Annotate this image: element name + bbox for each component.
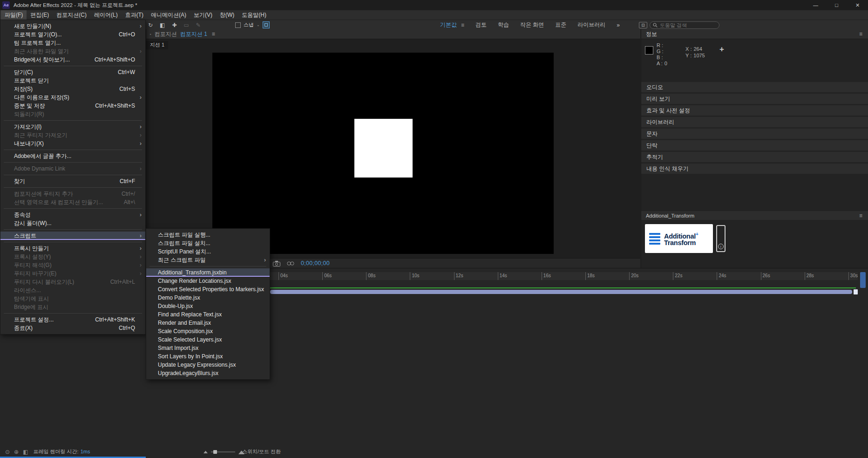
file-menu-item[interactable]: 스크립트 ›: [0, 232, 145, 240]
file-menu-item[interactable]: 닫기(C) Ctrl+W ›: [0, 68, 145, 76]
timeline-vertical-scrollbar[interactable]: [860, 272, 866, 288]
file-menu-item[interactable]: ›: [0, 206, 145, 211]
file-menu-item[interactable]: 팀 프로젝트 열기... ›: [0, 39, 145, 47]
file-menu-item[interactable]: 푸티지 해석(G) ›: [0, 261, 145, 269]
workspace-tab[interactable]: »: [611, 22, 625, 28]
close-button[interactable]: ✕: [847, 0, 868, 10]
search-field[interactable]: [650, 21, 719, 29]
scripts-submenu-item[interactable]: ›: [146, 264, 270, 268]
menu-bar-item[interactable]: 창(W): [216, 10, 238, 20]
collapsed-panel-header[interactable]: 내용 인식 채우기: [641, 164, 868, 174]
collapsed-panel-header[interactable]: 추적기: [641, 152, 868, 162]
zoom-slider[interactable]: [211, 451, 235, 452]
info-panel-menu-icon[interactable]: ≡: [859, 31, 862, 37]
composition-panel-label[interactable]: 컴포지션: [155, 30, 177, 38]
workspace-tab[interactable]: 표준: [549, 21, 572, 29]
composition-viewer[interactable]: [146, 39, 640, 258]
file-menu-item[interactable]: 프로젝트 닫기 ›: [0, 76, 145, 85]
current-timecode[interactable]: 0;00;00;00: [301, 260, 330, 267]
workspace-search-icon[interactable]: ⊡: [639, 22, 647, 28]
maximize-button[interactable]: □: [826, 0, 847, 10]
file-menu-item[interactable]: ›: [0, 148, 145, 152]
file-menu-item[interactable]: Bridge에서 찾아보기... Ctrl+Alt+Shift+O ›: [0, 55, 145, 64]
workspace-tab[interactable]: 기본값≡: [434, 21, 470, 29]
file-menu-item[interactable]: 선택 영역으로 새 컴포지션 만들기... Alt+\ ›: [0, 198, 145, 206]
menu-bar-item[interactable]: 편집(E): [27, 10, 53, 20]
timeline-ruler[interactable]: 04s 06s 08s 10s 12s 14s 16s 18s 20s 22s …: [270, 272, 858, 280]
layer-duration-bar[interactable]: [270, 290, 852, 294]
collapsed-panel-header[interactable]: 효과 및 사전 설정: [641, 105, 868, 116]
menu-bar-item[interactable]: 도움말(H): [238, 10, 270, 20]
workspace-tab[interactable]: 검토: [470, 21, 492, 29]
file-menu-item[interactable]: 최근 푸티지 가져오기 ›: [0, 131, 145, 139]
file-menu-item[interactable]: 푸티지 바꾸기(E) ›: [0, 269, 145, 278]
zoom-slider-thumb[interactable]: [213, 450, 217, 454]
file-menu-item[interactable]: 다른 이름으로 저장(S) ›: [0, 93, 145, 102]
status-icon[interactable]: ⊕: [14, 449, 19, 455]
scripts-submenu-item[interactable]: Scale Composition.jsx ›: [146, 327, 270, 335]
snap-checkbox[interactable]: [235, 22, 241, 28]
file-menu-item[interactable]: ›: [0, 240, 145, 244]
region-of-interest-icon[interactable]: [263, 21, 270, 28]
file-menu-item[interactable]: 프록시 만들기 ›: [0, 244, 145, 253]
file-menu-item[interactable]: 푸티지 다시 불러오기(L) Ctrl+Alt+L ›: [0, 278, 145, 286]
scripts-submenu-item[interactable]: Smart Import.jsx ›: [146, 344, 270, 352]
file-menu-item[interactable]: ›: [0, 311, 145, 315]
menu-bar-item[interactable]: 레이어(L): [90, 10, 122, 20]
file-menu-item[interactable]: 컴포지션에 푸티지 추가 Ctrl+/ ›: [0, 190, 145, 198]
white-solid-layer[interactable]: [354, 119, 413, 178]
scripts-submenu-item[interactable]: Render and Email.jsx ›: [146, 319, 270, 327]
switch-mode-toggle-button[interactable]: 스위치/모드 전환: [242, 448, 281, 455]
file-menu-item[interactable]: 종속성 ›: [0, 211, 145, 219]
scripts-submenu-item[interactable]: Sort Layers by In Point.jsx ›: [146, 352, 270, 361]
scripts-submenu-item[interactable]: 최근 스크립트 파일 ›: [146, 256, 270, 264]
workspace-menu-icon[interactable]: ≡: [461, 22, 464, 28]
file-menu-item[interactable]: ›: [0, 118, 145, 123]
menu-bar-item[interactable]: 파일(F): [1, 10, 27, 20]
scripts-submenu-item[interactable]: ScriptUI Panel 설치... ›: [146, 247, 270, 256]
tool-icon[interactable]: ✎: [196, 22, 201, 28]
file-menu-item[interactable]: ›: [0, 173, 145, 177]
show-snapshot-icon[interactable]: [287, 261, 294, 266]
file-menu-item[interactable]: Adobe에서 글꼴 추가... ›: [0, 152, 145, 160]
tool-icon[interactable]: ✚: [172, 22, 176, 28]
scripts-submenu-item[interactable]: Change Render Locations.jsx ›: [146, 277, 270, 285]
additional-transform-menu-icon[interactable]: ≡: [859, 212, 862, 219]
file-menu-item[interactable]: 가져오기(I) ›: [0, 123, 145, 131]
scripts-submenu-item[interactable]: Update Legacy Expressions.jsx ›: [146, 361, 270, 369]
panel-menu-icon[interactable]: ≡: [212, 31, 215, 37]
file-menu-item[interactable]: ›: [0, 227, 145, 232]
additional-transform-panel-header[interactable]: Additional_Transform ≡: [641, 211, 868, 220]
collapsed-panel-header[interactable]: 문자: [641, 129, 868, 139]
file-menu-item[interactable]: 종료(X) Ctrl+Q ›: [0, 324, 145, 332]
scripts-submenu-item[interactable]: Double-Up.jsx ›: [146, 302, 270, 310]
file-menu-item[interactable]: 탐색기에 표시 ›: [0, 294, 145, 303]
file-menu-item[interactable]: Bridge에 표시 ›: [0, 303, 145, 311]
workspace-tab[interactable]: 학습: [492, 21, 515, 29]
scripts-submenu-item[interactable]: Demo Palette.jsx ›: [146, 294, 270, 302]
navigator-handle[interactable]: [854, 289, 858, 294]
scripts-submenu-item[interactable]: 스크립트 파일 실행... ›: [146, 231, 270, 239]
file-menu-item[interactable]: Adobe Dynamic Link ›: [0, 164, 145, 173]
file-menu-item[interactable]: 내보내기(X) ›: [0, 139, 145, 148]
help-search-input[interactable]: [660, 22, 711, 28]
snapshot-camera-icon[interactable]: [273, 260, 280, 267]
status-icon[interactable]: ◧: [23, 449, 28, 455]
zoom-out-mountain-icon[interactable]: [203, 450, 208, 453]
file-menu-item[interactable]: 찾기 Ctrl+F ›: [0, 177, 145, 185]
file-menu-item[interactable]: ›: [0, 160, 145, 164]
file-menu-item[interactable]: 증분 및 저장 Ctrl+Alt+Shift+S ›: [0, 102, 145, 110]
menu-bar-item[interactable]: 컴포지션(C): [53, 10, 90, 20]
workspace-tab[interactable]: 라이브러리: [572, 21, 611, 29]
collapsed-panel-header[interactable]: 라이브러리: [641, 117, 868, 127]
composition-tab-name[interactable]: 컴포지션 1: [180, 30, 207, 38]
snap-chevron-icon[interactable]: ⌄: [257, 23, 260, 27]
file-menu-item[interactable]: ›: [0, 185, 145, 190]
minimize-button[interactable]: —: [805, 0, 826, 10]
collapsed-panel-header[interactable]: 미리 보기: [641, 94, 868, 104]
scripts-submenu-item[interactable]: UpgradeLegacyBlurs.jsx ›: [146, 369, 270, 377]
menu-bar-item[interactable]: 보기(V): [190, 10, 216, 20]
workspace-tab[interactable]: 작은 화면: [515, 21, 549, 29]
file-menu-item[interactable]: 라이센스... ›: [0, 286, 145, 294]
status-icon[interactable]: ⊙: [5, 449, 10, 455]
